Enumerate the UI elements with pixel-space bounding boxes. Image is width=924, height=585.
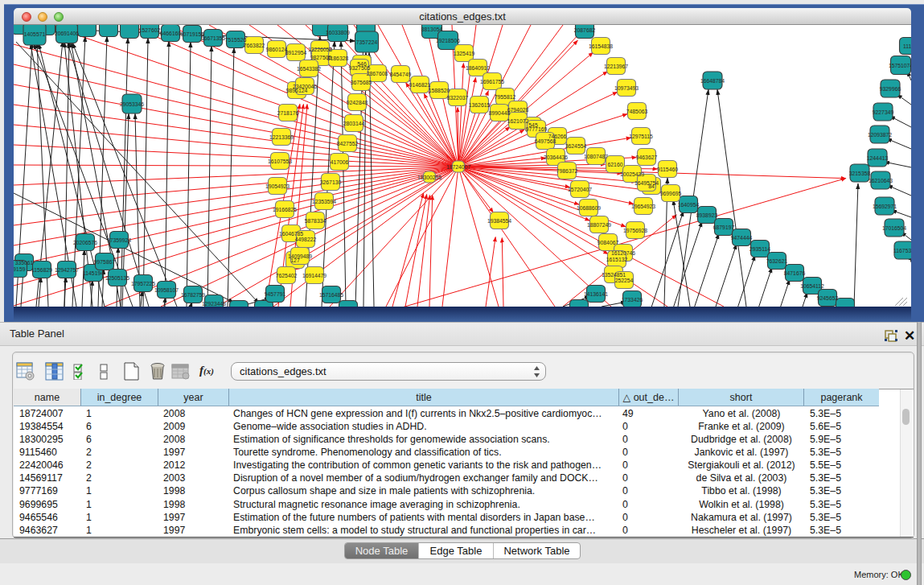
svg-text:15692971: 15692971: [873, 204, 897, 209]
svg-text:8454749: 8454749: [390, 72, 412, 77]
svg-text:18724007: 18724007: [446, 164, 470, 170]
svg-text:4498222: 4498222: [295, 237, 317, 242]
svg-text:2718176: 2718176: [277, 110, 299, 116]
svg-text:417006: 417006: [331, 159, 349, 165]
svg-text:15716485: 15716485: [319, 292, 343, 298]
svg-text:12975115: 12975115: [629, 134, 653, 139]
svg-text:8186328: 8186328: [327, 56, 349, 61]
svg-text:5878334: 5878334: [305, 218, 326, 224]
svg-text:9327505: 9327505: [349, 65, 371, 71]
svg-text:18300295: 18300295: [417, 175, 441, 180]
svg-text:9242848: 9242848: [347, 100, 368, 105]
svg-text:1405571: 1405571: [24, 31, 46, 37]
svg-text:9777169: 9777169: [526, 126, 548, 132]
svg-text:17957225: 17957225: [131, 281, 155, 286]
svg-text:19654923: 19654923: [631, 204, 655, 209]
svg-text:20364436: 20364436: [544, 154, 568, 160]
svg-text:16961755: 16961755: [480, 79, 504, 84]
svg-text:8322037: 8322037: [447, 95, 469, 101]
svg-text:1588520: 1588520: [429, 88, 450, 93]
svg-text:7986372: 7986372: [556, 168, 578, 174]
svg-text:19054923: 19054923: [265, 183, 290, 189]
svg-text:8471676: 8471676: [784, 270, 806, 276]
svg-text:7515526: 7515526: [225, 37, 247, 43]
svg-text:10973493: 10973493: [614, 85, 639, 91]
svg-text:1325419: 1325419: [454, 51, 475, 56]
svg-text:9975867: 9975867: [94, 259, 116, 265]
svg-text:7955812: 7955812: [495, 94, 516, 100]
svg-text:16033809: 16033809: [326, 30, 350, 35]
svg-text:12942757: 12942757: [55, 267, 79, 273]
svg-text:12353594: 12353594: [312, 199, 336, 204]
svg-text:1733426: 1733426: [622, 297, 643, 303]
svg-text:2803144: 2803144: [343, 121, 365, 126]
svg-text:1167534: 1167534: [893, 248, 911, 253]
svg-text:16107553: 16107553: [268, 159, 292, 164]
svg-text:14136141: 14136141: [584, 291, 608, 297]
svg-text:16914479: 16914479: [302, 273, 326, 278]
svg-text:9860124: 9860124: [266, 47, 288, 52]
svg-text:9329966: 9329966: [880, 86, 901, 92]
svg-text:9457791: 9457791: [265, 291, 286, 297]
svg-text:19756928: 19756928: [623, 228, 647, 233]
svg-text:335061: 335061: [15, 260, 34, 266]
svg-text:1244413: 1244413: [867, 155, 889, 161]
svg-text:3215358: 3215358: [849, 171, 871, 176]
svg-text:7625402: 7625402: [276, 273, 298, 278]
svg-text:8912954: 8912954: [285, 50, 307, 56]
svg-text:2087682: 2087682: [574, 27, 596, 33]
svg-text:13524851: 13524851: [602, 272, 626, 278]
svg-text:9699695: 9699695: [660, 191, 682, 196]
svg-text:23420046: 23420046: [293, 84, 317, 89]
svg-text:14099489: 14099489: [288, 253, 312, 259]
svg-text:8813054: 8813054: [421, 27, 443, 32]
svg-text:1621072: 1621072: [507, 118, 529, 124]
svg-text:1156829: 1156829: [31, 267, 52, 273]
svg-text:7485063: 7485063: [626, 109, 648, 114]
svg-text:15751074: 15751074: [889, 63, 911, 68]
svg-text:16046785: 16046785: [279, 231, 303, 237]
svg-text:7357224: 7357224: [356, 39, 378, 45]
svg-text:10025433: 10025433: [620, 171, 644, 177]
svg-text:1527602: 1527602: [139, 27, 161, 33]
svg-text:16495754: 16495754: [634, 180, 659, 186]
svg-text:17359924: 17359924: [107, 237, 131, 243]
svg-text:16210643: 16210643: [869, 178, 893, 183]
svg-text:9115460: 9115460: [657, 167, 678, 172]
svg-text:12213967: 12213967: [604, 64, 628, 69]
svg-text:10958107: 10958107: [154, 287, 179, 293]
svg-text:6497568: 6497568: [535, 138, 556, 144]
svg-text:16671355: 16671355: [201, 35, 225, 41]
svg-text:1640954: 1640954: [678, 202, 700, 208]
svg-text:20691406: 20691406: [55, 31, 79, 36]
svg-text:3675685: 3675685: [351, 80, 372, 85]
svg-text:17016504: 17016504: [882, 225, 906, 231]
svg-text:1362615: 1362615: [469, 102, 491, 108]
svg-text:252254: 252254: [615, 278, 634, 283]
svg-text:20206576: 20206576: [73, 240, 97, 245]
svg-text:16154838: 16154838: [589, 43, 613, 49]
svg-text:9245652: 9245652: [817, 295, 839, 301]
svg-text:12505135: 12505135: [105, 275, 129, 281]
svg-text:18640910: 18640910: [466, 65, 490, 71]
svg-text:9227349: 9227349: [873, 109, 894, 115]
svg-text:16543382: 16543382: [297, 66, 321, 72]
svg-text:12923448: 12923448: [202, 301, 226, 307]
svg-text:1615132: 1615132: [606, 257, 628, 262]
svg-text:10807487: 10807487: [584, 154, 608, 159]
svg-text:16120746: 16120746: [611, 250, 635, 256]
svg-text:13226058: 13226058: [308, 47, 332, 52]
svg-text:15720407: 15720407: [568, 187, 592, 192]
svg-text:8427552: 8427552: [337, 141, 359, 146]
svg-text:9463627: 9463627: [636, 154, 658, 160]
svg-text:9084067: 9084067: [598, 240, 619, 245]
svg-text:1145194: 1145194: [83, 270, 104, 276]
svg-text:29053346: 29053346: [120, 101, 144, 107]
svg-text:8938923: 8938923: [696, 212, 718, 218]
svg-text:10654112: 10654112: [800, 283, 824, 289]
svg-text:12213369: 12213369: [269, 134, 294, 140]
svg-text:7632621: 7632621: [766, 258, 788, 264]
svg-text:16782759: 16782759: [181, 292, 205, 298]
svg-text:62160: 62160: [608, 162, 623, 167]
svg-text:6879197: 6879197: [713, 225, 735, 230]
